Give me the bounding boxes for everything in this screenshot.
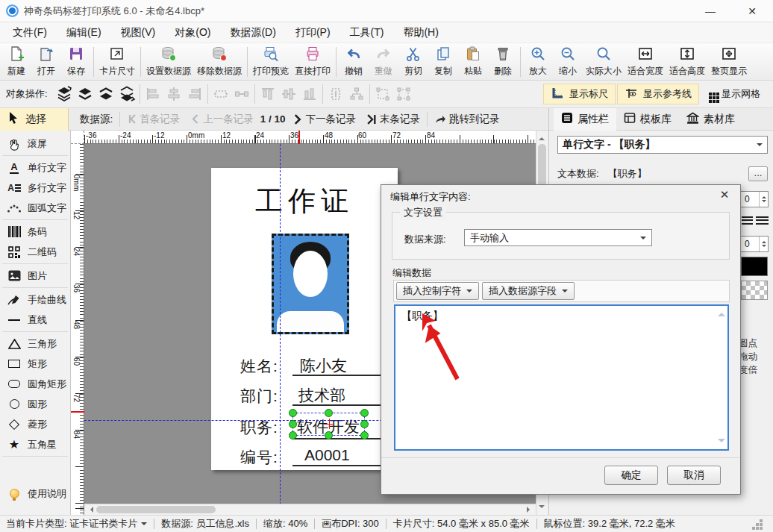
fit-height-button[interactable]: 适合高度 [666,45,708,79]
first-record-button[interactable]: 首条记录 [122,113,185,126]
close-button[interactable]: ✕ [731,0,773,22]
spinner-arrows-icon[interactable] [759,192,768,207]
object-selector-dropdown[interactable]: 单行文字 - 【职务】 [557,136,768,154]
vertical-guide-line[interactable] [280,144,281,504]
tool-image[interactable]: 图片 [0,266,70,286]
scroll-up-icon[interactable] [539,134,545,140]
zoom-in-button[interactable]: 放大 [523,45,553,79]
align-lines-icon[interactable] [742,216,753,225]
tab-materials[interactable]: 素材库 [679,108,742,131]
selection-handle-ne[interactable] [360,409,369,417]
scroll-left-icon[interactable] [87,507,93,513]
tool-arc-text[interactable]: 圆弧文字 [0,198,70,218]
last-record-button[interactable]: 末条记录 [361,113,425,126]
menu-help[interactable]: 帮助(H) [393,23,448,43]
minimize-button[interactable]: — [689,0,731,22]
delete-button[interactable]: 删除 [488,45,518,79]
tool-line[interactable]: 直线 [0,310,70,330]
tab-templates[interactable]: 模板库 [616,108,679,131]
card-size-button[interactable]: 卡片尺寸 [96,45,138,79]
field-name-value[interactable]: 陈小友 [300,355,347,376]
actual-size-button[interactable]: 实际大小 [583,45,625,79]
spinner-bottom[interactable]: 0 [740,236,769,252]
cut-button[interactable]: 剪切 [398,45,428,79]
tool-multi-line-text[interactable]: A 多行文字 [0,178,70,198]
data-source-dropdown[interactable]: 手动输入 [464,229,652,246]
menu-view[interactable]: 视图(V) [111,23,166,43]
tool-freehand-curve[interactable]: 手绘曲线 [0,290,70,310]
menu-file[interactable]: 文件(F) [3,23,57,43]
tab-properties[interactable]: 属性栏 [554,108,616,131]
show-guides-toggle[interactable]: 显示参考线 [617,84,699,104]
tool-diamond[interactable]: 菱形 [0,414,70,434]
font-color-swatch[interactable] [741,257,768,276]
bring-to-front-icon[interactable] [54,84,74,104]
tool-rectangle[interactable]: 矩形 [0,354,70,374]
cancel-button[interactable]: 取消 [667,466,721,485]
save-button[interactable]: 保存 [61,45,91,79]
direct-print-button[interactable]: 直接打印 [292,45,334,79]
insert-datasource-field-button[interactable]: 插入数据源字段 [482,282,575,300]
textarea-scroll-up-icon[interactable] [718,309,725,316]
send-to-back-icon[interactable] [117,84,137,104]
menu-tools[interactable]: 工具(T) [340,23,394,43]
tool-triangle[interactable]: 三角形 [0,334,70,354]
open-button[interactable]: 打开 [31,45,61,79]
zoom-out-button[interactable]: 缩小 [553,45,583,79]
redo-button[interactable]: 重做 [369,45,398,79]
print-preview-button[interactable]: 打印预览 [250,45,292,79]
selection-handle-s[interactable] [325,431,333,439]
selection-handle-se[interactable] [360,431,369,439]
dialog-close-icon[interactable]: ✕ [716,188,733,203]
tool-circle[interactable]: 圆形 [0,394,70,414]
tool-qrcode[interactable]: 二维码 [0,242,70,262]
horizontal-scrollbar[interactable] [84,504,536,515]
field-number-value[interactable]: A0001 [304,446,350,464]
menu-object[interactable]: 对象(O) [165,23,220,43]
spinner-arrows-icon[interactable] [759,237,768,251]
copy-button[interactable]: 复制 [428,45,458,79]
set-datasource-button[interactable]: 设置数据源 [143,45,194,79]
tool-single-line-text[interactable]: A 单行文字 [0,157,70,178]
paste-button[interactable]: 粘贴 [458,45,488,79]
show-ruler-toggle[interactable]: 显示标尺 [543,84,616,104]
fit-width-button[interactable]: 适合宽度 [625,45,666,79]
remove-datasource-button[interactable]: 移除数据源 [194,45,245,79]
help-button[interactable]: 使用说明 [0,484,70,504]
selection-handle-nw[interactable] [289,409,297,417]
photo-object[interactable] [272,234,349,334]
insert-control-char-button[interactable]: 插入控制字符 [396,282,479,300]
selection-handle-e[interactable] [360,420,369,428]
tool-rounded-rectangle[interactable]: 圆角矩形 [0,374,70,394]
menu-edit[interactable]: 编辑(E) [57,23,111,43]
fit-page-button[interactable]: 整页显示 [708,45,750,79]
spinner-top[interactable]: 0 [740,191,769,207]
next-record-button[interactable]: 下一条记录 [287,113,362,126]
textarea-scroll-down-icon[interactable] [718,439,725,446]
tool-barcode[interactable]: 条码 [0,222,70,242]
selection-handle-sw[interactable] [289,431,297,439]
ok-button[interactable]: 确定 [604,466,658,485]
tool-scroll[interactable]: 滚屏 [0,134,70,154]
new-button[interactable]: 新建 [1,45,31,79]
scroll-down-icon[interactable] [539,505,545,511]
show-grid-toggle[interactable]: 显示网格 [701,84,767,104]
status-card-type[interactable]: 当前卡片类型: 证卡证书类卡片 [6,517,137,531]
menu-print[interactable]: 打印(P) [286,23,340,43]
background-color-swatch[interactable] [741,281,768,300]
undo-button[interactable]: 撤销 [339,45,369,79]
menu-datasource[interactable]: 数据源(D) [220,23,285,43]
resize-grip[interactable] [760,519,763,522]
field-dept-value[interactable]: 技术部 [298,385,345,406]
horizontal-scroll-thumb[interactable] [96,506,216,513]
card-title[interactable]: 工作证 [219,183,390,220]
prev-record-button[interactable]: 上一条记录 [185,113,259,126]
send-backward-icon[interactable] [96,84,116,104]
select-tool-button[interactable]: 选择 [0,108,69,131]
goto-record-button[interactable]: 跳转到记录 [429,113,505,126]
justify-lines-icon[interactable] [756,216,769,225]
selection-handle-n[interactable] [325,409,333,417]
text-data-more-button[interactable]: ... [748,166,768,181]
tool-star[interactable]: ★ 五角星 [0,434,70,454]
selection-handle-w[interactable] [289,420,297,428]
